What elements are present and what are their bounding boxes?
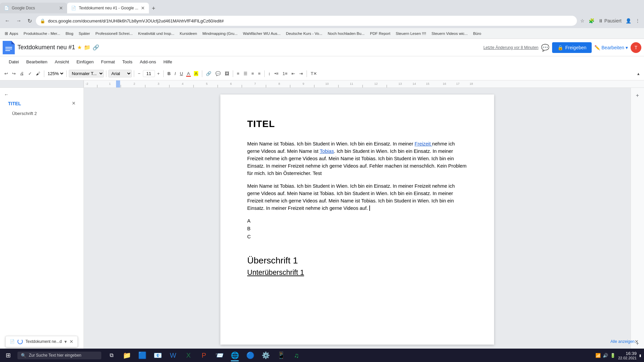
- menu-einfuegen[interactable]: Einfügen: [73, 58, 97, 66]
- redo-button[interactable]: ↪: [10, 70, 17, 77]
- paint-format-button[interactable]: 🖌: [34, 70, 42, 77]
- align-center-button[interactable]: ☰: [242, 70, 249, 77]
- star-button[interactable]: ★: [77, 44, 82, 51]
- move-to-folder-button[interactable]: 📁: [84, 44, 91, 51]
- notification-close-button[interactable]: ▾: [64, 339, 67, 344]
- line-spacing-button[interactable]: ↕: [267, 70, 272, 77]
- taskbar-app-edge[interactable]: 🔵: [243, 349, 258, 362]
- taskbar-app-word[interactable]: W: [166, 349, 180, 362]
- taskbar-app-teams[interactable]: 🟦: [135, 349, 150, 362]
- menu-tools[interactable]: Tools: [119, 58, 136, 66]
- taskbar-app-chrome[interactable]: 🌐: [227, 349, 242, 362]
- sidebar-item-ueberschrift2[interactable]: Überschrift 2: [4, 110, 79, 117]
- notification-dismiss-button[interactable]: ✕: [69, 339, 73, 344]
- zoom-selector[interactable]: 125% 100% 150%: [46, 71, 64, 76]
- taskbar-app-mail[interactable]: 📨: [212, 349, 227, 362]
- start-button[interactable]: ⊞: [0, 349, 16, 362]
- outline-back-button[interactable]: ←: [4, 90, 79, 99]
- back-button[interactable]: ←: [3, 16, 12, 25]
- sidebar-title[interactable]: TITEL: [8, 101, 21, 106]
- bookmark-wahlfaecher[interactable]: Wahlfächer WU Aus...: [241, 31, 282, 36]
- reload-button[interactable]: ↻: [25, 16, 34, 25]
- menu-hilfe[interactable]: Hilfe: [160, 58, 175, 66]
- bookmark-steuern-videos[interactable]: Steuern Videos wic...: [430, 31, 470, 36]
- bookmark-blog[interactable]: Blog: [64, 31, 75, 36]
- numbered-list-button[interactable]: 1≡: [281, 70, 289, 77]
- insert-comment-button[interactable]: 💬: [214, 70, 222, 77]
- undo-button[interactable]: ↩: [3, 70, 10, 77]
- document-paper[interactable]: TITEL Mein Name ist Tobias. Ich bin Stud…: [220, 95, 494, 345]
- sidebar-close-button[interactable]: ×: [72, 100, 75, 107]
- new-tab-button[interactable]: +: [149, 4, 158, 13]
- tab-close-1[interactable]: ✕: [59, 5, 63, 11]
- extensions-button[interactable]: 🧩: [587, 17, 596, 25]
- align-left-button[interactable]: ≡: [235, 70, 241, 77]
- bold-button[interactable]: B: [166, 70, 172, 77]
- show-all-button[interactable]: Alle anzeigen: [610, 339, 635, 344]
- forward-button[interactable]: →: [14, 16, 23, 25]
- bookmark-star-button[interactable]: ☆: [579, 17, 586, 25]
- share-button[interactable]: 🔒 Freigeben: [552, 42, 592, 53]
- menu-bearbeiten[interactable]: Bearbeiten: [23, 58, 51, 66]
- share-link-button[interactable]: 🔗: [93, 44, 99, 51]
- bookmark-steuern-lesen[interactable]: Steuern Lesen !!!!: [394, 31, 428, 36]
- comments-button[interactable]: 💬: [541, 44, 549, 52]
- tab-close-2[interactable]: ✕: [141, 5, 145, 11]
- bookmark-professionell[interactable]: Professionell Schrei...: [93, 31, 135, 36]
- show-desktop-button[interactable]: ▮: [639, 354, 641, 357]
- tab-google-docs[interactable]: 📄 Google Docs ✕: [0, 3, 67, 13]
- link-tobias[interactable]: Tobias: [320, 148, 334, 154]
- bookmark-kreativitaet[interactable]: Kreativität und Insp...: [136, 31, 176, 36]
- hide-notification-button[interactable]: ✕: [635, 339, 639, 344]
- bookmark-mindmapping[interactable]: Mindmapping (Gru...: [201, 31, 240, 36]
- taskbar-clock[interactable]: 16:39 22.02.2021: [618, 351, 637, 360]
- tab-textdokument[interactable]: 📄 Textdokument neu #1 - Google ... ✕: [67, 3, 149, 13]
- font-selector[interactable]: Arial: [108, 70, 132, 77]
- clear-formatting-button[interactable]: T✕: [309, 70, 319, 77]
- menu-datei[interactable]: Datei: [5, 58, 22, 66]
- bookmark-pdf[interactable]: PDF Report: [368, 31, 392, 36]
- font-size-increase-button[interactable]: +: [156, 70, 162, 77]
- bookmark-kursideen[interactable]: Kursideen: [178, 31, 199, 36]
- taskbar-app-outlook[interactable]: 📧: [150, 349, 165, 362]
- bookmark-spaeter[interactable]: Später: [77, 31, 92, 36]
- edit-mode-button[interactable]: ✏️ Bearbeiten ▾: [594, 45, 628, 50]
- url-box[interactable]: 🔒 docs.google.com/document/d/1hUH8k6h7Lb…: [36, 16, 577, 26]
- taskbar-app-phone[interactable]: 📱: [274, 349, 288, 362]
- link-freizeit[interactable]: Freizeit: [415, 141, 432, 146]
- bookmark-produktsuche[interactable]: Produktsuche - Mer...: [21, 31, 62, 36]
- bookmark-noch[interactable]: Noch hochladen Bu...: [326, 31, 367, 36]
- print-button[interactable]: 🖨: [18, 70, 26, 77]
- taskbar-app-spotify[interactable]: ♫: [289, 349, 304, 362]
- last-edit-text[interactable]: Letzte Änderung vor 8 Minuten: [483, 45, 538, 50]
- decrease-indent-button[interactable]: ⇤: [290, 70, 297, 77]
- font-size-input[interactable]: [143, 70, 155, 77]
- menu-addons[interactable]: Add-ons: [137, 58, 159, 66]
- increase-indent-button[interactable]: ⇥: [298, 70, 305, 77]
- italic-button[interactable]: I: [173, 70, 178, 77]
- spellcheck-button[interactable]: ✓: [26, 70, 34, 77]
- bookmark-apps[interactable]: ⊞ Apps: [3, 31, 20, 37]
- highlight-button[interactable]: A: [192, 70, 200, 77]
- pause-button[interactable]: ⏸ Pausiert: [597, 17, 623, 25]
- insert-link-button[interactable]: 🔗: [204, 70, 213, 77]
- taskbar-app-excel[interactable]: X: [181, 349, 196, 362]
- align-right-button[interactable]: ≡: [250, 70, 256, 77]
- bookmark-deutsche[interactable]: Deutsche Kurs - Vo...: [284, 31, 324, 36]
- paragraph-style-selector[interactable]: Normaler T... Titel Überschrift 1 Übersc…: [69, 70, 104, 77]
- user-avatar[interactable]: T: [631, 42, 641, 53]
- font-size-decrease-button[interactable]: −: [136, 70, 142, 77]
- profile-button[interactable]: 👤: [624, 17, 633, 25]
- bullet-list-button[interactable]: •≡: [273, 70, 280, 77]
- menu-button[interactable]: ⋮: [634, 17, 641, 25]
- align-justify-button[interactable]: ≡: [256, 70, 262, 77]
- bookmark-buero[interactable]: Büro: [471, 31, 483, 36]
- menu-ansicht[interactable]: Ansicht: [51, 58, 72, 66]
- taskbar-app-powerpoint[interactable]: P: [197, 349, 211, 362]
- underline-button[interactable]: U: [178, 70, 184, 77]
- taskbar-app-task-view[interactable]: ⧉: [104, 349, 119, 362]
- menu-format[interactable]: Format: [98, 58, 118, 66]
- expand-toolbar-button[interactable]: ▴: [636, 70, 641, 77]
- document-area[interactable]: TITEL Mein Name ist Tobias. Ich bin Stud…: [84, 88, 631, 351]
- font-color-button[interactable]: A: [185, 70, 192, 77]
